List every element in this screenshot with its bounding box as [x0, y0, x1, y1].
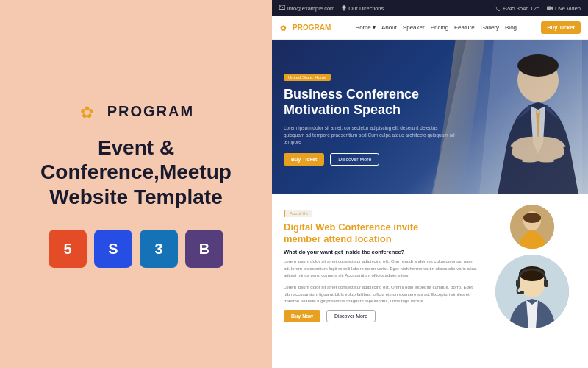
about-buttons: Buy Now Discover More	[284, 310, 479, 322]
nav-links: Home ▾ About Speaker Pricing Feature Gal…	[355, 24, 517, 31]
svg-point-7	[517, 54, 559, 77]
hero-text: Lorem ipsum dolor sit amet, consectetur …	[284, 124, 459, 146]
hero-badge: United State, Home	[284, 74, 331, 81]
nav-feature[interactable]: Feature	[454, 24, 475, 31]
svg-point-10	[523, 213, 541, 223]
svg-rect-3	[547, 7, 551, 10]
about-buy-now-button[interactable]: Buy Now	[284, 310, 320, 322]
about-content: About Us Digital Web Conference invite m…	[284, 205, 479, 358]
nav-speaker[interactable]: Speaker	[403, 24, 425, 31]
css3-badge: 3	[140, 230, 178, 268]
svg-rect-15	[544, 280, 548, 287]
nav-logo-icon: ✿	[279, 23, 290, 33]
email-icon	[279, 5, 285, 11]
email-info: info@example.com	[279, 5, 334, 12]
location-icon	[342, 5, 346, 11]
about-discover-button[interactable]: Discover More	[326, 310, 376, 322]
left-main-title: Event & Conference,Meetup Website Templa…	[15, 135, 257, 210]
fleur-icon: ✿	[78, 100, 101, 124]
bootstrap-badge: B	[185, 230, 223, 268]
nav-buy-ticket-button[interactable]: Buy Ticket	[541, 21, 581, 34]
about-text-1: Lorem ipsum dolor sit amet consectetur a…	[284, 258, 479, 280]
about-person-large	[495, 255, 569, 328]
hero-person-svg	[465, 40, 582, 194]
video-icon	[547, 5, 553, 11]
html5-badge: 5	[49, 230, 87, 268]
hero-buttons: Buy Ticket Discover More	[284, 153, 459, 166]
hero-title: Business Conference Motivation Speach	[284, 87, 459, 118]
nav-home[interactable]: Home ▾	[355, 24, 376, 31]
about-badge: About Us	[284, 210, 312, 217]
phone-info: +245 3546 125	[495, 5, 539, 12]
about-person-small	[510, 205, 554, 249]
svg-text:✿: ✿	[80, 103, 93, 121]
logo-area: ✿ PROGRAM	[78, 100, 194, 124]
svg-point-2	[343, 7, 345, 8]
about-text-2: Lorem ipsum dolor sit amet consectetur a…	[284, 284, 479, 305]
hero-content: United State, Home Business Conference M…	[284, 68, 459, 166]
directions-link: Our Directions	[342, 5, 384, 12]
tech-badges: 5 S 3 B	[49, 230, 223, 268]
left-panel: ✿ PROGRAM Event & Conference,Meetup Webs…	[0, 0, 272, 368]
about-question: What do your want get inside the confere…	[284, 249, 479, 255]
about-title: Digital Web Conference invite member att…	[284, 222, 479, 244]
nav-logo: ✿ PROGRAM	[279, 23, 331, 33]
right-panel: info@example.com Our Directions +245 354…	[272, 0, 588, 368]
nav-pricing[interactable]: Pricing	[431, 24, 448, 31]
phone-icon	[495, 6, 501, 11]
svg-text:✿: ✿	[280, 24, 287, 32]
svg-rect-16	[520, 291, 524, 294]
navigation: ✿ PROGRAM Home ▾ About Speaker Pricing F…	[272, 16, 588, 40]
nav-blog[interactable]: Blog	[505, 24, 517, 31]
nav-about[interactable]: About	[381, 24, 397, 31]
about-image-area	[488, 205, 576, 358]
about-section: About Us Digital Web Conference invite m…	[272, 194, 588, 368]
hero-buy-ticket-button[interactable]: Buy Ticket	[284, 153, 324, 166]
about-person-small-svg	[510, 205, 554, 249]
hero-section: United State, Home Business Conference M…	[272, 40, 588, 194]
css3-s-badge: S	[94, 230, 132, 268]
nav-gallery[interactable]: Gallery	[481, 24, 499, 31]
hero-discover-button[interactable]: Discover More	[330, 153, 379, 166]
top-bar: info@example.com Our Directions +245 354…	[272, 0, 588, 16]
about-person-large-svg	[495, 255, 569, 328]
left-logo-text: PROGRAM	[107, 103, 194, 120]
live-video-link[interactable]: Live Video	[547, 5, 581, 12]
